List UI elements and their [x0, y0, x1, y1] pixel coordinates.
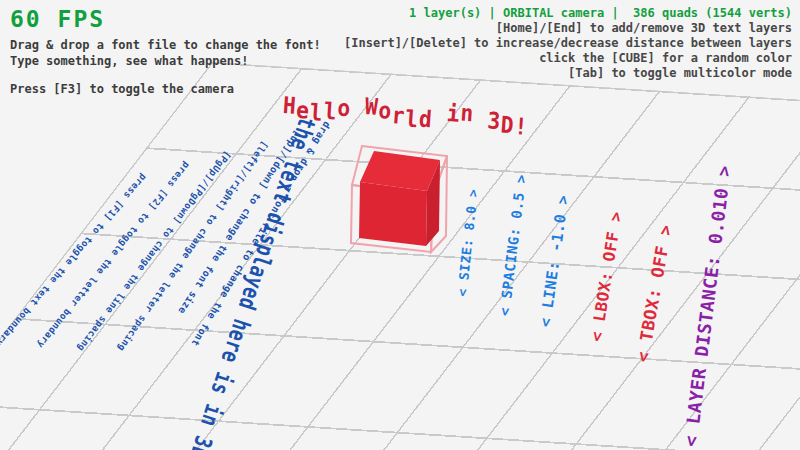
help-cube-color: click the [CUBE] for a random color	[344, 51, 792, 66]
status-line: 1 layer(s) | ORBITAL camera | 386 quads …	[344, 6, 792, 21]
app-window: { "hud": { "fps": "60 FPS", "hints": [ "…	[0, 0, 800, 450]
cube[interactable]	[351, 146, 447, 252]
cube-face-left[interactable]	[359, 182, 427, 246]
help-layers: [Home]/[End] to add/remove 3D text layer…	[344, 21, 792, 36]
hint-type: Type something, see what happens!	[10, 54, 248, 68]
help-layer-distance: [Insert]/[Delete] to increase/decrease d…	[344, 36, 792, 51]
help-multicolor: [Tab] to toggle multicolor mode	[344, 66, 792, 81]
hud-right-panel: 1 layer(s) | ORBITAL camera | 386 quads …	[344, 6, 792, 81]
fps-counter: 60 FPS	[10, 6, 105, 32]
hint-camera-toggle: Press [F3] to toggle the camera	[10, 82, 234, 96]
hint-drag-drop: Drag & drop a font file to change the fo…	[10, 38, 321, 52]
